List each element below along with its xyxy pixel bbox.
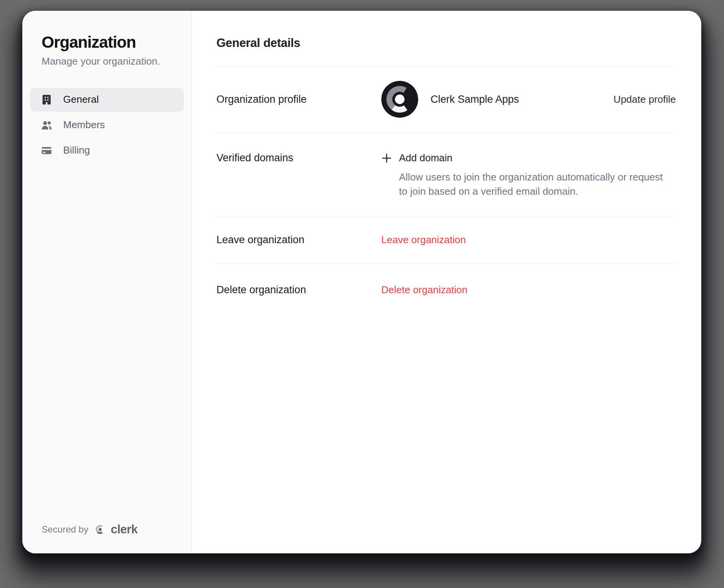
organization-profile-card: Organization Manage your organization. G… — [22, 11, 701, 553]
clerk-logo-icon — [94, 524, 106, 535]
verified-domains-description: Allow users to join the organization aut… — [399, 170, 669, 199]
sidebar-item-general[interactable]: General — [30, 88, 184, 112]
verified-domains-value: Add domain Allow users to join the organ… — [381, 152, 677, 199]
leave-organization-button[interactable]: Leave organization — [381, 234, 466, 246]
plus-icon — [381, 153, 392, 164]
delete-organization-button[interactable]: Delete organization — [381, 284, 468, 296]
sidebar-item-members[interactable]: Members — [30, 113, 184, 137]
leave-organization-row: Leave organization Leave organization — [216, 216, 677, 264]
sidebar-nav: General Members — [30, 88, 184, 162]
delete-organization-row: Delete organization Delete organization — [216, 264, 677, 316]
building-icon — [41, 94, 52, 105]
organization-profile-row: Organization profile Clerk Sample Apps U… — [216, 66, 677, 132]
sidebar-item-billing[interactable]: Billing — [30, 139, 184, 162]
organization-profile-label: Organization profile — [216, 94, 381, 105]
credit-card-icon — [41, 145, 52, 156]
page-subtitle: Manage your organization. — [42, 55, 184, 68]
members-icon — [41, 119, 52, 131]
sidebar-item-label: Billing — [63, 144, 90, 156]
sidebar-item-label: Members — [63, 119, 105, 131]
add-domain-button[interactable]: Add domain — [381, 152, 452, 164]
leave-organization-label: Leave organization — [216, 234, 381, 246]
clerk-wordmark: clerk — [111, 523, 137, 536]
section-heading: General details — [216, 36, 677, 50]
delete-organization-label: Delete organization — [216, 284, 381, 296]
verified-domains-label: Verified domains — [216, 152, 381, 164]
secured-by-clerk: Secured by clerk — [42, 523, 184, 536]
update-profile-button[interactable]: Update profile — [613, 94, 676, 105]
organization-name: Clerk Sample Apps — [431, 94, 519, 105]
page-title: Organization — [42, 33, 184, 51]
verified-domains-row: Verified domains Add domain Allow users … — [216, 132, 677, 216]
organization-avatar — [381, 81, 418, 118]
sidebar-item-label: General — [63, 94, 99, 105]
add-domain-label: Add domain — [399, 152, 452, 164]
sidebar: Organization Manage your organization. G… — [22, 11, 192, 553]
general-details-panel: General details Organization profile Cle… — [192, 11, 701, 553]
organization-profile-value: Clerk Sample Apps Update profile — [381, 81, 677, 118]
secured-by-label: Secured by — [42, 524, 88, 535]
